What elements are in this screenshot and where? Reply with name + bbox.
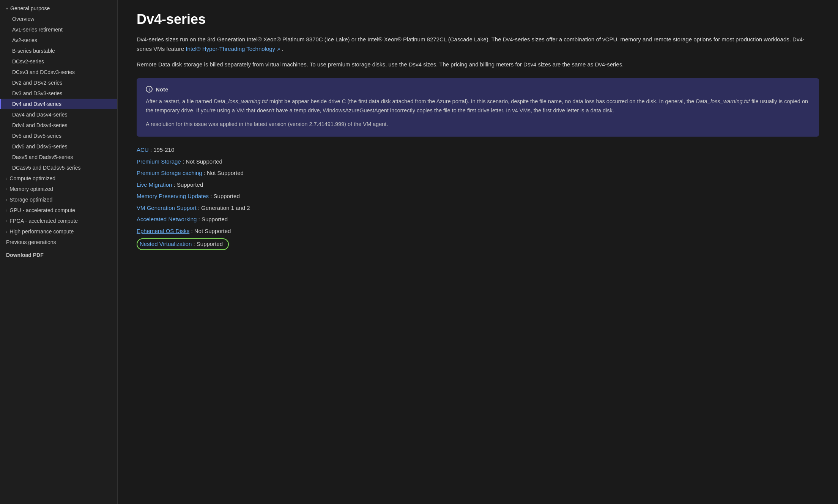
sidebar-item-dcsv3-and-dcdsv3-series[interactable]: DCsv3 and DCdsv3-series	[0, 67, 117, 77]
chevron-down-icon: ▾	[6, 6, 8, 11]
sidebar-item-dv5-and-dsv5-series[interactable]: Dv5 and Dsv5-series	[0, 131, 117, 141]
chevron-right-icon: ›	[6, 230, 7, 234]
sidebar-group-general-purpose[interactable]: ▾ General purpose	[0, 3, 117, 14]
specs-section: ACU : 195-210 Premium Storage : Not Supp…	[137, 146, 819, 250]
intro-paragraph-1: Dv4-series sizes run on the 3rd Generati…	[137, 35, 819, 54]
premium-storage-link[interactable]: Premium Storage	[137, 158, 181, 165]
sidebar-item-overview[interactable]: Overview	[0, 14, 117, 24]
sidebar-item-label: Compute optimized	[9, 175, 55, 181]
sidebar-item-compute-optimized[interactable]: › Compute optimized	[0, 173, 117, 184]
sidebar: ▾ General purpose OverviewAv1-series ret…	[0, 0, 118, 504]
chevron-right-icon: ›	[6, 176, 7, 181]
intro-paragraph-2: Remote Data disk storage is billed separ…	[137, 60, 819, 69]
spec-accelerated-networking: Accelerated Networking : Supported	[137, 215, 819, 224]
accelerated-networking-link[interactable]: Accelerated Networking	[137, 216, 197, 222]
sidebar-item-ddv4-and-ddsv4-series[interactable]: Ddv4 and Ddsv4-series	[0, 120, 117, 131]
chevron-right-icon: ›	[6, 187, 7, 191]
sidebar-item-dasv5-and-dadsv5-series[interactable]: Dasv5 and Dadsv5-series	[0, 152, 117, 162]
spec-premium-storage-caching: Premium Storage caching : Not Supported	[137, 169, 819, 178]
hyper-threading-link[interactable]: Intel® Hyper-Threading Technology ↗	[186, 46, 282, 52]
vm-generation-link[interactable]: VM Generation Support	[137, 205, 197, 211]
sidebar-item-dv2-and-dsv2-series[interactable]: Dv2 and DSv2-series	[0, 77, 117, 88]
main-content: Dv4-series Dv4-series sizes run on the 3…	[118, 0, 838, 504]
sidebar-item-label: GPU - accelerated compute	[9, 207, 75, 213]
spec-nested-virtualization: Nested Virtualization : Supported	[137, 238, 819, 250]
sidebar-item-av1-series-retirement[interactable]: Av1-series retirement	[0, 24, 117, 35]
sidebar-item-storage-optimized[interactable]: › Storage optimized	[0, 194, 117, 205]
chevron-right-icon: ›	[6, 219, 7, 223]
sidebar-general-purpose-items: OverviewAv1-series retirementAv2-seriesB…	[0, 14, 117, 173]
sidebar-item-av2-series[interactable]: Av2-series	[0, 35, 117, 46]
memory-preserving-link[interactable]: Memory Preserving Updates	[137, 193, 209, 199]
premium-storage-caching-link[interactable]: Premium Storage caching	[137, 170, 202, 176]
sidebar-item-label: Storage optimized	[9, 197, 52, 203]
chevron-right-icon: ›	[6, 208, 7, 213]
sidebar-item-gpu-accelerated[interactable]: › GPU - accelerated compute	[0, 205, 117, 216]
live-migration-link[interactable]: Live Migration	[137, 181, 172, 188]
spec-premium-storage: Premium Storage : Not Supported	[137, 158, 819, 166]
sidebar-item-previous-generations[interactable]: Previous generations	[0, 237, 117, 247]
sidebar-item-dv3-and-dsv3-series[interactable]: Dv3 and DSv3-series	[0, 88, 117, 99]
sidebar-item-label: Memory optimized	[9, 186, 53, 192]
note-body: After a restart, a file named Data_loss_…	[146, 97, 810, 129]
page-title: Dv4-series	[137, 11, 819, 27]
spec-memory-preserving-updates: Memory Preserving Updates : Supported	[137, 192, 819, 201]
sidebar-item-dav4-and-dasv4-series[interactable]: Dav4 and Dasv4-series	[0, 109, 117, 120]
spec-live-migration: Live Migration : Supported	[137, 181, 819, 189]
sidebar-item-dcasv5-and-dcadsv5-series[interactable]: DCasv5 and DCadsv5-series	[0, 162, 117, 173]
note-paragraph-1: After a restart, a file named Data_loss_…	[146, 97, 810, 115]
sidebar-item-b-series-burstable[interactable]: B-series burstable	[0, 46, 117, 56]
sidebar-item-label: FPGA - accelerated compute	[9, 218, 78, 224]
nested-virt-highlight: Nested Virtualization : Supported	[137, 238, 229, 250]
sidebar-item-label: High performance compute	[9, 228, 74, 235]
note-paragraph-2: A resolution for this issue was applied …	[146, 120, 810, 129]
sidebar-item-memory-optimized[interactable]: › Memory optimized	[0, 184, 117, 194]
sidebar-item-dcsv2-series[interactable]: DCsv2-series	[0, 56, 117, 67]
sidebar-item-ddv5-and-ddsv5-series[interactable]: Ddv5 and Ddsv5-series	[0, 141, 117, 152]
spec-ephemeral-os-disks: Ephemeral OS Disks : Not Supported	[137, 227, 819, 236]
ephemeral-os-link[interactable]: Ephemeral OS Disks	[137, 228, 189, 234]
external-link-icon: ↗	[277, 47, 280, 52]
note-label: Note	[156, 86, 168, 93]
sidebar-item-fpga-accelerated[interactable]: › FPGA - accelerated compute	[0, 216, 117, 226]
info-icon: i	[146, 86, 153, 93]
spec-acu: ACU : 195-210	[137, 146, 819, 154]
chevron-right-icon: ›	[6, 198, 7, 202]
download-pdf-button[interactable]: Download PDF	[0, 249, 117, 261]
nested-virtualization-link[interactable]: Nested Virtualization	[140, 241, 192, 247]
sidebar-item-high-performance[interactable]: › High performance compute	[0, 226, 117, 237]
note-box: i Note After a restart, a file named Dat…	[137, 78, 819, 137]
note-header: i Note	[146, 86, 810, 93]
spec-vm-generation-support: VM Generation Support : Generation 1 and…	[137, 204, 819, 213]
sidebar-group-label: General purpose	[10, 5, 50, 11]
sidebar-item-dv4-and-dsv4-series[interactable]: Dv4 and Dsv4-series	[0, 99, 117, 109]
